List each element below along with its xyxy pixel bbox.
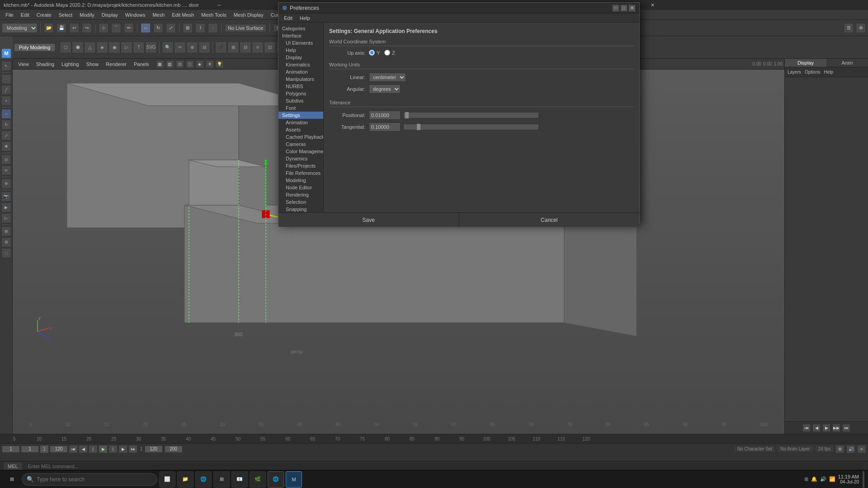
ipr-render-btn[interactable]: ▷ — [1, 213, 11, 223]
prefs-group-interface[interactable]: Interface — [278, 32, 323, 39]
shelf-icon-5[interactable]: ◉ — [108, 42, 120, 53]
taskbar-chrome[interactable]: 🌐 — [268, 471, 284, 488]
vp-menu-view[interactable]: View — [14, 61, 33, 68]
shelf-tab-poly-modeling[interactable]: Poly Modeling — [14, 44, 55, 51]
rotate-tool-btn[interactable]: ↻ — [1, 120, 11, 130]
menu-mesh-tools[interactable]: Mesh Tools — [198, 11, 230, 19]
paint-select-btn[interactable]: ✏ — [124, 23, 134, 33]
snap-settings-btn[interactable]: ⚙ — [1, 237, 11, 247]
prefs-cat-modeling[interactable]: Modeling — [278, 177, 323, 184]
prefs-cat-node-editor[interactable]: Node Editor — [278, 184, 323, 191]
title-close[interactable]: ✕ — [648, 2, 864, 8]
prefs-cat-file-references[interactable]: File References — [278, 169, 323, 177]
shelf-icon-16[interactable]: ≡ — [252, 42, 264, 53]
prefs-cat-nurbs[interactable]: NURBS — [278, 83, 323, 90]
rpanel-menu-layers[interactable]: Layers — [788, 70, 801, 75]
vp-icon-1[interactable]: ▦ — [156, 60, 164, 68]
no-character-set-btn[interactable]: No Character Set — [734, 446, 775, 452]
prefs-positional-input[interactable] — [369, 111, 401, 120]
menu-create[interactable]: Create — [33, 11, 55, 19]
shelf-icon-2[interactable]: ⬢ — [72, 42, 84, 53]
prev-frame-btn[interactable]: ◀ — [79, 445, 88, 453]
prefs-menu-help[interactable]: Help — [296, 14, 314, 22]
menu-file[interactable]: File — [2, 11, 17, 19]
rotate-btn[interactable]: ↻ — [153, 23, 163, 33]
tray-icon-3[interactable]: 🔊 — [820, 476, 826, 482]
prev-key-btn[interactable]: ⟨ — [89, 445, 98, 453]
vp-menu-renderer[interactable]: Renderer — [102, 61, 130, 68]
playback-prefs-btn[interactable]: 🔊 — [846, 445, 855, 453]
prefs-group-settings[interactable]: Settings — [278, 112, 323, 119]
snap-grid-btn[interactable]: ⊞ — [183, 23, 193, 33]
rpanel-btn-2[interactable]: ◀ — [812, 424, 821, 432]
anim-prefs-btn[interactable]: ⚙ — [835, 445, 844, 453]
shelf-icon-1[interactable]: ⬡ — [60, 42, 71, 53]
move-tool-btn[interactable]: ↔ — [1, 109, 11, 119]
vp-menu-panels[interactable]: Panels — [130, 61, 153, 68]
tray-icon-2[interactable]: 🔔 — [811, 476, 817, 482]
select-tool-btn[interactable]: ⊹ — [99, 23, 108, 33]
start-frame-input[interactable] — [21, 446, 39, 453]
undo-btn[interactable]: ↩ — [69, 23, 79, 33]
prefs-cat-assets[interactable]: Assets — [278, 126, 323, 133]
snap-point-btn[interactable]: · — [208, 23, 218, 33]
menu-edit-mesh[interactable]: Edit Mesh — [168, 11, 198, 19]
taskbar-browser[interactable]: 🌐 — [195, 471, 212, 488]
menu-edit[interactable]: Edit — [17, 11, 33, 19]
prefs-cat-rendering[interactable]: Rendering — [278, 191, 323, 198]
rpanel-tab-display[interactable]: Display — [785, 59, 826, 67]
prefs-cat-ui-elements[interactable]: UI Elements — [278, 39, 323, 47]
prefs-cat-selection[interactable]: Selection — [278, 198, 323, 206]
redo-btn[interactable]: ↪ — [82, 23, 92, 33]
menu-mesh-display[interactable]: Mesh Display — [230, 11, 267, 19]
next-frame-btn[interactable]: ▶ — [118, 445, 127, 453]
prefs-cat-manipulators[interactable]: Manipulators — [278, 75, 323, 83]
range-slider-btn[interactable]: ≡ — [857, 445, 866, 453]
no-anim-layer-btn[interactable]: No Anim Layer — [777, 446, 813, 452]
play-btn[interactable]: ▶ — [99, 445, 108, 453]
tray-icon-4[interactable]: 📶 — [829, 476, 835, 482]
search-bar[interactable]: 🔍 — [22, 473, 157, 486]
search-input[interactable] — [37, 476, 152, 483]
prefs-cat-color-mgmt[interactable]: Color Management — [278, 148, 323, 155]
shelf-icon-17[interactable]: ⊡ — [264, 42, 276, 53]
paint-tool-btn[interactable]: ✏ — [1, 165, 11, 175]
prefs-save-btn[interactable]: Save — [278, 213, 459, 227]
shelf-icon-11[interactable]: ⊕ — [186, 42, 198, 53]
prefs-tangential-input[interactable] — [369, 122, 401, 131]
prefs-cat-animation[interactable]: Animation — [278, 68, 323, 75]
shelf-icon-9[interactable]: 🔍 — [162, 42, 174, 53]
prefs-angular-select[interactable]: degrees radians — [369, 84, 401, 94]
menu-display[interactable]: Display — [98, 11, 122, 19]
vp-icon-5[interactable]: ◈ — [196, 60, 204, 68]
vp-icon-3[interactable]: ⊡ — [176, 60, 184, 68]
taskbar-maya[interactable]: M — [286, 471, 302, 488]
quick-layout-btn[interactable]: ⊞ — [1, 226, 11, 236]
playback-end-input[interactable] — [145, 446, 163, 453]
shelf-icon-10[interactable]: ✂ — [174, 42, 186, 53]
prefs-up-axis-y[interactable]: Y — [369, 50, 380, 56]
taskbar-mail[interactable]: 📧 — [231, 471, 248, 488]
modeling-toolkit-btn[interactable]: ⚙ — [856, 23, 866, 33]
vp-icon-6[interactable]: ☀ — [206, 60, 214, 68]
xray-btn[interactable]: ◌ — [1, 248, 11, 258]
menu-mesh[interactable]: Mesh — [149, 11, 168, 19]
prefs-cat-snapping[interactable]: Snapping — [278, 206, 323, 212]
vertex-mode-btn[interactable]: · — [1, 74, 11, 84]
show-manipulator-btn[interactable]: ⊕ — [1, 178, 11, 188]
scale-tool-btn[interactable]: ⤢ — [1, 131, 11, 141]
rpanel-btn-3[interactable]: ▶ — [822, 424, 830, 432]
shelf-icon-14[interactable]: ⊞ — [227, 42, 239, 53]
render-btn[interactable]: ▶ — [1, 202, 11, 212]
vp-menu-shading[interactable]: Shading — [33, 61, 58, 68]
play-start-btn[interactable]: ⏮ — [69, 445, 78, 453]
prefs-positional-slider[interactable] — [403, 112, 539, 118]
taskbar-store[interactable]: ⊞ — [213, 471, 230, 488]
edge-mode-btn[interactable]: ╱ — [1, 85, 11, 95]
current-frame-input[interactable] — [2, 446, 20, 453]
shelf-icon-12[interactable]: ⊟ — [198, 42, 210, 53]
vp-icon-2[interactable]: ▧ — [166, 60, 174, 68]
shelf-icon-6[interactable]: ▷ — [121, 42, 132, 53]
fps-selector[interactable]: 24 fps — [815, 446, 834, 452]
save-file-btn[interactable]: 💾 — [57, 23, 66, 33]
